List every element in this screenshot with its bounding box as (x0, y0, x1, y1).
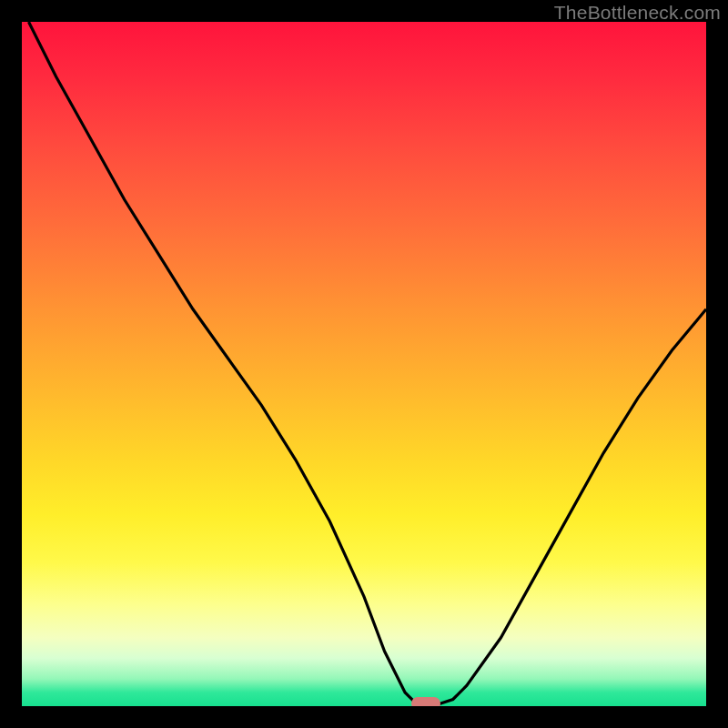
optimal-balance-marker (411, 697, 440, 706)
curve-path (29, 22, 707, 706)
chart-frame: TheBottleneck.com (0, 0, 728, 728)
plot-area (22, 22, 706, 706)
watermark-text: TheBottleneck.com (554, 2, 721, 24)
bottleneck-curve (22, 22, 706, 706)
